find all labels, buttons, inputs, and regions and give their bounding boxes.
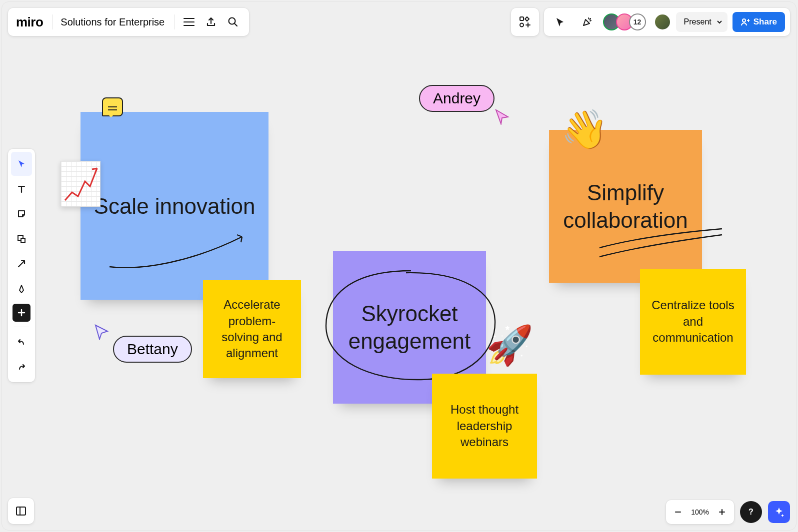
avatar-overflow-count[interactable]: 12 <box>629 13 646 30</box>
bottom-right-controls: 100% ? <box>666 500 790 524</box>
present-button[interactable]: Present <box>676 12 728 32</box>
sticky-accelerate[interactable]: Accelerate problem-solving and alignment <box>203 280 301 378</box>
zoom-in-button[interactable] <box>712 502 732 522</box>
cursor-bettany: Bettany <box>113 336 192 363</box>
reactions-button[interactable] <box>576 11 598 33</box>
text-tool[interactable] <box>11 177 32 201</box>
collaborator-avatars[interactable]: 12 <box>603 13 646 30</box>
main-menu-button[interactable] <box>178 11 200 33</box>
cursor-icon <box>554 16 566 27</box>
cursor-mode-button[interactable] <box>549 11 571 33</box>
current-user-avatar[interactable] <box>654 13 671 30</box>
zoom-controls: 100% <box>666 500 734 524</box>
panel-icon <box>15 505 27 517</box>
help-button[interactable]: ? <box>740 501 762 523</box>
board-title[interactable]: Solutions for Enterprise <box>56 16 172 28</box>
pen-tool[interactable] <box>11 277 32 301</box>
cursor-andrey: Andrey <box>419 85 494 112</box>
chevron-down-icon <box>716 19 722 25</box>
sticky-note-tool[interactable] <box>11 202 32 226</box>
chart-line-icon <box>61 161 101 207</box>
svg-rect-6 <box>16 507 26 515</box>
sticky-host-webinars[interactable]: Host thought leadership webinars <box>432 374 537 479</box>
user-plus-icon <box>740 17 750 26</box>
top-right-toolbar: 12 Present Share <box>544 8 790 36</box>
redo-icon <box>16 363 26 371</box>
add-more-tool[interactable] <box>12 304 30 322</box>
sticky-text: Skyrocket engagement <box>343 300 476 355</box>
minus-icon <box>674 508 682 516</box>
sticky-icon <box>16 209 26 219</box>
brand-logo[interactable]: miro <box>13 14 49 30</box>
apps-button[interactable] <box>511 8 539 36</box>
ai-assist-button[interactable] <box>768 501 790 523</box>
svg-rect-1 <box>520 17 524 20</box>
zoom-out-button[interactable] <box>668 502 688 522</box>
share-label: Share <box>754 17 777 27</box>
cursor-andrey-pointer <box>494 108 511 125</box>
svg-point-2 <box>520 23 524 27</box>
sticky-text: Scale innovation <box>94 192 256 220</box>
redo-button[interactable] <box>11 355 32 379</box>
cursor-bettany-pointer <box>94 323 110 340</box>
left-toolbar <box>8 149 35 382</box>
comment-icon <box>108 106 117 107</box>
plus-icon <box>718 508 726 516</box>
export-button[interactable] <box>200 11 222 33</box>
sticky-text: Host thought leadership webinars <box>442 402 527 450</box>
sticky-text: Simplify collaboration <box>559 179 692 234</box>
cursor-label-text: Andrey <box>433 90 480 106</box>
sticky-centralize[interactable]: Centralize tools and communication <box>640 269 746 375</box>
frames-panel-button[interactable] <box>8 498 34 524</box>
share-button[interactable]: Share <box>732 12 785 32</box>
divider <box>174 14 175 29</box>
wave-emoji[interactable]: 👋 <box>561 107 608 152</box>
undo-icon <box>16 338 26 346</box>
plus-icon <box>18 309 26 317</box>
cursor-label-text: Bettany <box>127 341 178 357</box>
sticky-text: Accelerate problem-solving and alignment <box>213 297 291 362</box>
board-canvas[interactable]: Scale innovation Accelerate problem-solv… <box>2 2 796 530</box>
app-stage: Scale innovation Accelerate problem-solv… <box>2 1 796 531</box>
present-label: Present <box>684 17 712 26</box>
undo-button[interactable] <box>11 330 32 354</box>
export-icon <box>206 16 216 27</box>
pen-icon <box>16 284 26 294</box>
svg-rect-5 <box>21 238 25 242</box>
arrow-icon <box>16 259 26 269</box>
hamburger-icon <box>184 17 194 26</box>
chart-thumbnail[interactable] <box>60 161 100 207</box>
apps-icon <box>519 16 531 28</box>
divider <box>14 327 29 327</box>
svg-point-3 <box>742 19 746 22</box>
zoom-level[interactable]: 100% <box>688 508 712 516</box>
rocket-emoji[interactable]: 🚀 <box>486 323 534 368</box>
pointer-icon <box>16 159 26 169</box>
select-tool[interactable] <box>11 152 32 176</box>
search-icon <box>228 16 238 27</box>
sparkle-icon <box>774 507 784 518</box>
shape-tool[interactable] <box>11 227 32 251</box>
top-left-toolbar: miro Solutions for Enterprise <box>8 8 249 36</box>
sticky-text: Centralize tools and communication <box>650 297 736 346</box>
divider <box>52 14 52 29</box>
party-icon <box>581 16 593 28</box>
search-button[interactable] <box>222 11 244 33</box>
shape-icon <box>16 234 26 244</box>
sticky-scale-innovation[interactable]: Scale innovation <box>80 112 268 300</box>
comment-pin[interactable] <box>102 97 123 116</box>
text-icon <box>16 184 26 194</box>
connector-tool[interactable] <box>11 252 32 276</box>
sticky-simplify[interactable]: Simplify collaboration <box>549 130 702 283</box>
